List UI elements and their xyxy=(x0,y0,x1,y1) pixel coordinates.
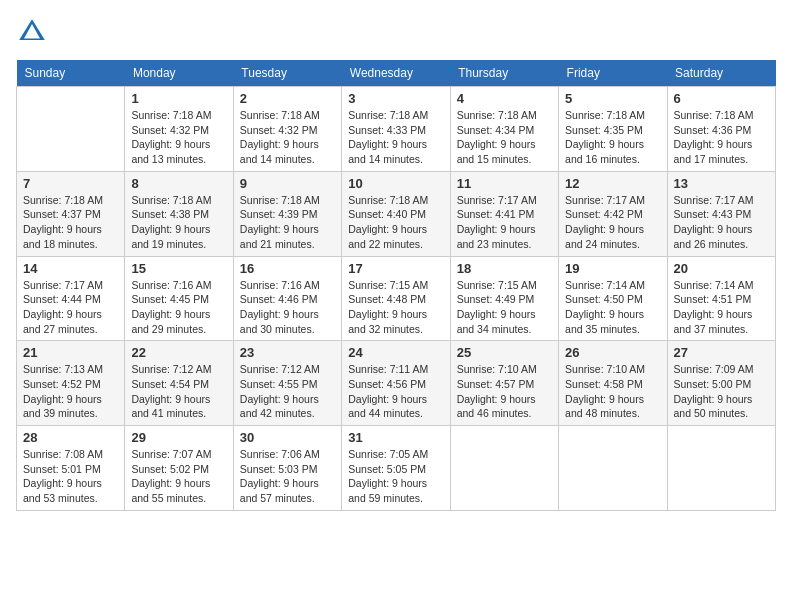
day-number: 21 xyxy=(23,345,118,360)
weekday-header: Saturday xyxy=(667,60,775,87)
calendar-cell: 14Sunrise: 7:17 AMSunset: 4:44 PMDayligh… xyxy=(17,256,125,341)
calendar-cell: 27Sunrise: 7:09 AMSunset: 5:00 PMDayligh… xyxy=(667,341,775,426)
calendar-cell: 24Sunrise: 7:11 AMSunset: 4:56 PMDayligh… xyxy=(342,341,450,426)
day-info: Sunrise: 7:17 AMSunset: 4:41 PMDaylight:… xyxy=(457,193,552,252)
day-number: 3 xyxy=(348,91,443,106)
calendar-cell: 13Sunrise: 7:17 AMSunset: 4:43 PMDayligh… xyxy=(667,171,775,256)
logo-icon xyxy=(16,16,48,48)
day-number: 23 xyxy=(240,345,335,360)
calendar-header-row: SundayMondayTuesdayWednesdayThursdayFrid… xyxy=(17,60,776,87)
calendar-cell: 9Sunrise: 7:18 AMSunset: 4:39 PMDaylight… xyxy=(233,171,341,256)
day-info: Sunrise: 7:17 AMSunset: 4:42 PMDaylight:… xyxy=(565,193,660,252)
weekday-header: Thursday xyxy=(450,60,558,87)
day-info: Sunrise: 7:09 AMSunset: 5:00 PMDaylight:… xyxy=(674,362,769,421)
day-number: 30 xyxy=(240,430,335,445)
calendar-cell: 31Sunrise: 7:05 AMSunset: 5:05 PMDayligh… xyxy=(342,426,450,511)
day-number: 26 xyxy=(565,345,660,360)
day-number: 5 xyxy=(565,91,660,106)
calendar-cell: 19Sunrise: 7:14 AMSunset: 4:50 PMDayligh… xyxy=(559,256,667,341)
calendar-cell: 28Sunrise: 7:08 AMSunset: 5:01 PMDayligh… xyxy=(17,426,125,511)
day-number: 25 xyxy=(457,345,552,360)
day-number: 10 xyxy=(348,176,443,191)
calendar-cell xyxy=(17,87,125,172)
day-info: Sunrise: 7:14 AMSunset: 4:50 PMDaylight:… xyxy=(565,278,660,337)
calendar-cell: 26Sunrise: 7:10 AMSunset: 4:58 PMDayligh… xyxy=(559,341,667,426)
day-info: Sunrise: 7:06 AMSunset: 5:03 PMDaylight:… xyxy=(240,447,335,506)
calendar-cell: 11Sunrise: 7:17 AMSunset: 4:41 PMDayligh… xyxy=(450,171,558,256)
day-info: Sunrise: 7:18 AMSunset: 4:33 PMDaylight:… xyxy=(348,108,443,167)
day-number: 4 xyxy=(457,91,552,106)
calendar-cell: 18Sunrise: 7:15 AMSunset: 4:49 PMDayligh… xyxy=(450,256,558,341)
day-number: 19 xyxy=(565,261,660,276)
calendar-cell: 20Sunrise: 7:14 AMSunset: 4:51 PMDayligh… xyxy=(667,256,775,341)
calendar-week-row: 14Sunrise: 7:17 AMSunset: 4:44 PMDayligh… xyxy=(17,256,776,341)
calendar-cell xyxy=(667,426,775,511)
day-number: 14 xyxy=(23,261,118,276)
day-info: Sunrise: 7:17 AMSunset: 4:43 PMDaylight:… xyxy=(674,193,769,252)
calendar-cell: 29Sunrise: 7:07 AMSunset: 5:02 PMDayligh… xyxy=(125,426,233,511)
calendar-week-row: 21Sunrise: 7:13 AMSunset: 4:52 PMDayligh… xyxy=(17,341,776,426)
calendar-cell: 5Sunrise: 7:18 AMSunset: 4:35 PMDaylight… xyxy=(559,87,667,172)
day-info: Sunrise: 7:17 AMSunset: 4:44 PMDaylight:… xyxy=(23,278,118,337)
day-info: Sunrise: 7:14 AMSunset: 4:51 PMDaylight:… xyxy=(674,278,769,337)
calendar-cell: 1Sunrise: 7:18 AMSunset: 4:32 PMDaylight… xyxy=(125,87,233,172)
logo xyxy=(16,16,52,48)
calendar-cell xyxy=(450,426,558,511)
day-number: 31 xyxy=(348,430,443,445)
calendar-cell: 15Sunrise: 7:16 AMSunset: 4:45 PMDayligh… xyxy=(125,256,233,341)
day-info: Sunrise: 7:18 AMSunset: 4:38 PMDaylight:… xyxy=(131,193,226,252)
calendar-cell: 23Sunrise: 7:12 AMSunset: 4:55 PMDayligh… xyxy=(233,341,341,426)
day-info: Sunrise: 7:11 AMSunset: 4:56 PMDaylight:… xyxy=(348,362,443,421)
day-info: Sunrise: 7:18 AMSunset: 4:32 PMDaylight:… xyxy=(131,108,226,167)
calendar-cell: 6Sunrise: 7:18 AMSunset: 4:36 PMDaylight… xyxy=(667,87,775,172)
day-number: 17 xyxy=(348,261,443,276)
calendar-week-row: 1Sunrise: 7:18 AMSunset: 4:32 PMDaylight… xyxy=(17,87,776,172)
day-number: 12 xyxy=(565,176,660,191)
weekday-header: Wednesday xyxy=(342,60,450,87)
day-info: Sunrise: 7:10 AMSunset: 4:57 PMDaylight:… xyxy=(457,362,552,421)
day-info: Sunrise: 7:12 AMSunset: 4:55 PMDaylight:… xyxy=(240,362,335,421)
day-info: Sunrise: 7:18 AMSunset: 4:40 PMDaylight:… xyxy=(348,193,443,252)
calendar-cell: 4Sunrise: 7:18 AMSunset: 4:34 PMDaylight… xyxy=(450,87,558,172)
day-number: 8 xyxy=(131,176,226,191)
day-number: 2 xyxy=(240,91,335,106)
calendar-cell: 17Sunrise: 7:15 AMSunset: 4:48 PMDayligh… xyxy=(342,256,450,341)
day-number: 11 xyxy=(457,176,552,191)
day-number: 28 xyxy=(23,430,118,445)
calendar-cell xyxy=(559,426,667,511)
weekday-header: Tuesday xyxy=(233,60,341,87)
calendar-cell: 25Sunrise: 7:10 AMSunset: 4:57 PMDayligh… xyxy=(450,341,558,426)
calendar-cell: 22Sunrise: 7:12 AMSunset: 4:54 PMDayligh… xyxy=(125,341,233,426)
day-number: 27 xyxy=(674,345,769,360)
day-info: Sunrise: 7:18 AMSunset: 4:37 PMDaylight:… xyxy=(23,193,118,252)
day-info: Sunrise: 7:08 AMSunset: 5:01 PMDaylight:… xyxy=(23,447,118,506)
day-number: 1 xyxy=(131,91,226,106)
day-info: Sunrise: 7:07 AMSunset: 5:02 PMDaylight:… xyxy=(131,447,226,506)
day-number: 24 xyxy=(348,345,443,360)
day-number: 29 xyxy=(131,430,226,445)
day-info: Sunrise: 7:18 AMSunset: 4:36 PMDaylight:… xyxy=(674,108,769,167)
weekday-header: Friday xyxy=(559,60,667,87)
day-info: Sunrise: 7:05 AMSunset: 5:05 PMDaylight:… xyxy=(348,447,443,506)
calendar-cell: 12Sunrise: 7:17 AMSunset: 4:42 PMDayligh… xyxy=(559,171,667,256)
day-info: Sunrise: 7:15 AMSunset: 4:48 PMDaylight:… xyxy=(348,278,443,337)
calendar-cell: 3Sunrise: 7:18 AMSunset: 4:33 PMDaylight… xyxy=(342,87,450,172)
day-info: Sunrise: 7:13 AMSunset: 4:52 PMDaylight:… xyxy=(23,362,118,421)
weekday-header: Sunday xyxy=(17,60,125,87)
day-info: Sunrise: 7:16 AMSunset: 4:46 PMDaylight:… xyxy=(240,278,335,337)
calendar-cell: 16Sunrise: 7:16 AMSunset: 4:46 PMDayligh… xyxy=(233,256,341,341)
weekday-header: Monday xyxy=(125,60,233,87)
day-number: 20 xyxy=(674,261,769,276)
calendar-cell: 8Sunrise: 7:18 AMSunset: 4:38 PMDaylight… xyxy=(125,171,233,256)
calendar-week-row: 28Sunrise: 7:08 AMSunset: 5:01 PMDayligh… xyxy=(17,426,776,511)
calendar-week-row: 7Sunrise: 7:18 AMSunset: 4:37 PMDaylight… xyxy=(17,171,776,256)
day-number: 9 xyxy=(240,176,335,191)
calendar-table: SundayMondayTuesdayWednesdayThursdayFrid… xyxy=(16,60,776,511)
day-number: 6 xyxy=(674,91,769,106)
page-header xyxy=(16,16,776,48)
day-info: Sunrise: 7:12 AMSunset: 4:54 PMDaylight:… xyxy=(131,362,226,421)
day-info: Sunrise: 7:16 AMSunset: 4:45 PMDaylight:… xyxy=(131,278,226,337)
calendar-cell: 21Sunrise: 7:13 AMSunset: 4:52 PMDayligh… xyxy=(17,341,125,426)
day-info: Sunrise: 7:18 AMSunset: 4:34 PMDaylight:… xyxy=(457,108,552,167)
day-number: 13 xyxy=(674,176,769,191)
